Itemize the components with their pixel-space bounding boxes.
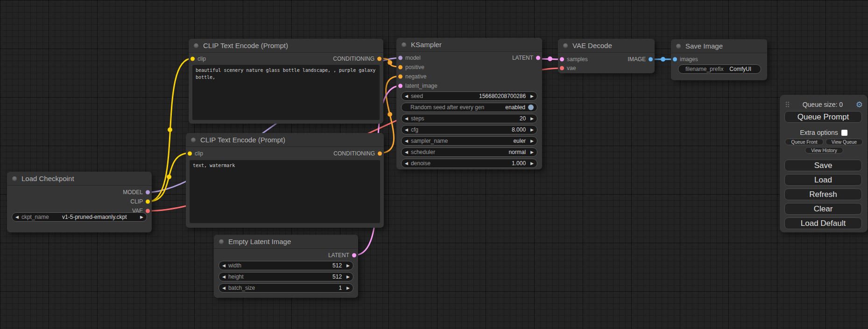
output-port-image[interactable] <box>649 57 653 62</box>
input-port-clip[interactable] <box>188 152 192 156</box>
wire-midpoint-dot <box>388 60 392 65</box>
right-arrow-icon[interactable]: ▶ <box>530 128 534 132</box>
widget-scheduler[interactable]: ◀ scheduler normal ▶ <box>401 147 537 157</box>
output-port-conditioning[interactable] <box>377 57 381 61</box>
node-titlebar[interactable]: KSampler <box>396 38 542 52</box>
widget-sampler-name[interactable]: ◀ sampler_name euler ▶ <box>401 136 537 146</box>
widget-ckpt-name[interactable]: ◀ ckpt_name v1-5-pruned-emaonly.ckpt ▶ <box>12 212 147 222</box>
queue-size-label: Queue size: 0 <box>790 101 856 108</box>
output-port-clip[interactable] <box>146 200 150 204</box>
left-arrow-icon[interactable]: ◀ <box>405 161 408 166</box>
extra-options-checkbox[interactable] <box>841 130 847 136</box>
widget-height[interactable]: ◀ height 512 ▶ <box>219 272 353 281</box>
left-arrow-icon[interactable]: ◀ <box>405 128 408 132</box>
node-titlebar[interactable]: CLIP Text Encode (Prompt) <box>189 39 383 53</box>
left-arrow-icon[interactable]: ◀ <box>405 150 408 154</box>
node-clip-text-encode-positive[interactable]: CLIP Text Encode (Prompt) clip CONDITION… <box>189 39 383 124</box>
load-default-button[interactable]: Load Default <box>784 217 862 229</box>
node-title-text: CLIP Text Encode (Prompt) <box>200 136 285 144</box>
settings-gear-icon[interactable]: ⚙ <box>856 101 863 109</box>
node-empty-latent-image[interactable]: Empty Latent Image LATENT ◀ width 512 ▶ … <box>214 235 358 298</box>
input-port-latent-image[interactable] <box>398 84 402 88</box>
output-label-model: MODEL <box>123 189 143 196</box>
widget-filename-prefix[interactable]: filename_prefix ComfyUI <box>678 64 761 74</box>
input-port-samples[interactable] <box>560 57 564 62</box>
widget-value: enabled <box>505 104 525 111</box>
node-collapse-dot-icon[interactable] <box>12 176 17 181</box>
left-arrow-icon[interactable]: ◀ <box>222 264 226 268</box>
input-port-model[interactable] <box>398 56 402 60</box>
node-collapse-dot-icon[interactable] <box>219 239 224 244</box>
right-arrow-icon[interactable]: ▶ <box>530 117 534 121</box>
load-button[interactable]: Load <box>784 174 862 186</box>
queue-front-button[interactable]: Queue Front <box>785 139 824 145</box>
output-port-latent[interactable] <box>536 56 540 60</box>
output-port-latent[interactable] <box>352 253 356 258</box>
node-ksampler[interactable]: KSampler model LATENT positive negative … <box>396 38 542 169</box>
left-arrow-icon[interactable]: ◀ <box>15 215 19 219</box>
widget-value: 156680208700286 <box>479 93 526 99</box>
node-clip-text-encode-negative[interactable]: CLIP Text Encode (Prompt) clip CONDITION… <box>186 133 384 228</box>
node-collapse-dot-icon[interactable] <box>194 43 198 48</box>
input-port-images[interactable] <box>673 57 677 62</box>
drag-handle-icon[interactable] <box>785 101 790 108</box>
node-titlebar[interactable]: Load Checkpoint <box>7 172 152 186</box>
left-arrow-icon[interactable]: ◀ <box>222 286 226 290</box>
node-collapse-dot-icon[interactable] <box>402 42 406 47</box>
clear-button[interactable]: Clear <box>784 203 862 215</box>
input-port-negative[interactable] <box>398 75 402 79</box>
refresh-button[interactable]: Refresh <box>784 189 862 200</box>
right-arrow-icon[interactable]: ▶ <box>346 286 350 290</box>
input-port-clip[interactable] <box>191 57 195 61</box>
widget-batch-size[interactable]: ◀ batch_size 1 ▶ <box>219 283 353 293</box>
output-port-conditioning[interactable] <box>378 152 382 156</box>
widget-seed[interactable]: ◀ seed 156680208700286 ▶ <box>401 91 537 101</box>
widget-random-seed-toggle[interactable]: Random seed after every gen enabled <box>401 103 537 112</box>
input-port-positive[interactable] <box>398 65 402 70</box>
right-arrow-icon[interactable]: ▶ <box>530 161 534 166</box>
node-load-checkpoint[interactable]: Load Checkpoint MODEL CLIP VAE ◀ ckpt_na… <box>7 172 152 232</box>
left-arrow-icon[interactable]: ◀ <box>405 139 408 143</box>
right-arrow-icon[interactable]: ▶ <box>346 275 350 279</box>
negative-prompt-textarea[interactable]: text, watermark <box>190 160 380 223</box>
output-label-image: IMAGE <box>628 56 646 63</box>
right-arrow-icon[interactable]: ▶ <box>140 215 143 219</box>
wire-midpoint-dot <box>661 57 665 62</box>
wire-midpoint-dot <box>548 56 552 61</box>
node-titlebar[interactable]: VAE Decode <box>558 39 655 53</box>
node-save-image[interactable]: Save Image images filename_prefix ComfyU… <box>671 39 767 80</box>
input-label-negative: negative <box>405 73 426 80</box>
input-port-vae[interactable] <box>560 66 564 70</box>
node-title-text: Empty Latent Image <box>228 238 291 245</box>
node-titlebar[interactable]: CLIP Text Encode (Prompt) <box>186 133 384 147</box>
widget-steps[interactable]: ◀ steps 20 ▶ <box>401 114 537 123</box>
right-arrow-icon[interactable]: ▶ <box>346 264 350 268</box>
node-titlebar[interactable]: Save Image <box>671 39 767 53</box>
queue-prompt-button[interactable]: Queue Prompt <box>784 111 862 123</box>
left-arrow-icon[interactable]: ◀ <box>222 275 226 279</box>
widget-cfg[interactable]: ◀ cfg 8.000 ▶ <box>401 125 537 134</box>
output-port-model[interactable] <box>146 190 150 195</box>
node-titlebar[interactable]: Empty Latent Image <box>214 235 358 249</box>
right-arrow-icon[interactable]: ▶ <box>530 150 534 154</box>
wire-clip-negative <box>148 153 190 202</box>
left-arrow-icon[interactable]: ◀ <box>405 94 408 98</box>
positive-prompt-textarea[interactable]: beautiful scenery nature glass bottle la… <box>192 65 380 120</box>
node-collapse-dot-icon[interactable] <box>191 138 196 142</box>
view-queue-button[interactable]: View Queue <box>826 139 863 145</box>
left-arrow-icon[interactable]: ◀ <box>405 117 408 121</box>
widget-denoise[interactable]: ◀ denoise 1.000 ▶ <box>401 159 537 168</box>
output-port-vae[interactable] <box>146 209 150 213</box>
toggle-dot-icon[interactable] <box>528 105 534 110</box>
node-collapse-dot-icon[interactable] <box>676 44 681 49</box>
wire-midpoint-dot <box>388 112 392 117</box>
right-arrow-icon[interactable]: ▶ <box>530 94 534 98</box>
input-label-clip: clip <box>198 56 206 62</box>
node-vae-decode[interactable]: VAE Decode samples IMAGE vae <box>558 39 655 73</box>
view-history-button[interactable]: View History <box>805 147 843 154</box>
save-button[interactable]: Save <box>784 160 862 171</box>
right-arrow-icon[interactable]: ▶ <box>530 139 534 143</box>
widget-width[interactable]: ◀ width 512 ▶ <box>219 261 353 270</box>
output-label-conditioning: CONDITIONING <box>333 150 375 157</box>
node-collapse-dot-icon[interactable] <box>563 43 568 48</box>
